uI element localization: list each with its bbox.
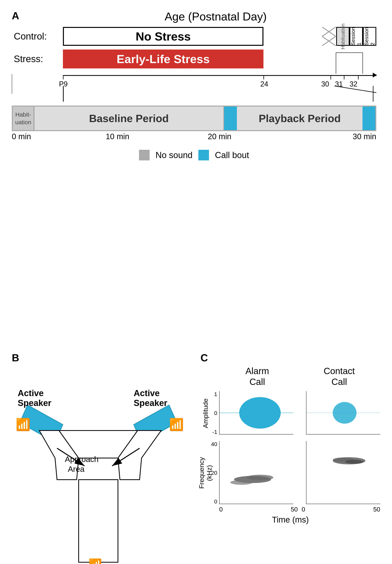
alarm-spectrogram-svg [219, 441, 293, 504]
bottom-panels: B 📶 [12, 352, 380, 564]
amp-tick-neg1: -1 [212, 429, 217, 435]
exp-baseline: Baseline Period [34, 107, 224, 130]
exp-playback-container: Playback Period [224, 107, 375, 130]
early-life-stress-text: Early-Life Stress [117, 52, 210, 66]
freq-tick-0: 0 [214, 498, 217, 505]
alarm-waveform-container: 1 0 -1 [210, 391, 293, 435]
amplitude-label: Amplitude [200, 391, 210, 435]
expansion-lines-svg [12, 74, 380, 94]
session2-box: Session 2 [363, 27, 376, 46]
panel-c-label: C [200, 352, 380, 364]
no-stress-box: No Stress [63, 27, 264, 46]
panel-b-label: B [12, 352, 189, 364]
ymaze-diagram: 📶 📶 📶 Active Speaker Active Speaker Appr… [12, 366, 185, 564]
svg-text:Active: Active [134, 388, 160, 398]
svg-text:Approach: Approach [65, 455, 98, 464]
amp-tick-0: 0 [214, 410, 217, 416]
contact-waveform-svg [306, 391, 380, 434]
contact-spectrogram-svg [306, 441, 380, 504]
svg-point-43 [345, 460, 363, 464]
session1-box: Session 1 [350, 27, 363, 46]
zigzag-svg [322, 27, 336, 46]
control-label: Control: [14, 31, 47, 42]
legend-callbout-label: Call bout [215, 150, 249, 160]
time-axis-alarm: 0 50 [219, 506, 298, 513]
svg-point-33 [333, 402, 357, 424]
svg-text:Active: Active [18, 388, 44, 398]
time-axis-contact: 0 50 [302, 506, 380, 513]
freq-tick-20: 20 [211, 470, 217, 476]
callbout-2 [363, 107, 375, 130]
contact-spectrogram-container: 40200 [297, 441, 380, 505]
waveform-row: Amplitude 1 0 -1 [200, 391, 380, 435]
amp-yticks-alarm: 1 0 -1 [210, 391, 218, 435]
call-titles-row: AlarmCall ContactCall [200, 366, 380, 387]
legend-callbout-box [198, 150, 209, 160]
freq-yticks-alarm: 40 20 0 [210, 441, 218, 505]
early-life-stress-box: Early-Life Stress [63, 50, 264, 69]
svg-text:📶: 📶 [169, 418, 184, 431]
expanded-timeline-bar: Habit-uation Baseline Period Playback Pe… [12, 106, 376, 131]
time-axis-row: 0 50 0 50 [200, 506, 380, 513]
no-stress-text: No Stress [136, 30, 191, 43]
bracket-top [336, 53, 363, 53]
time-0-alarm: 0 [219, 506, 223, 513]
svg-text:Speaker: Speaker [134, 398, 167, 408]
exp-label-20min: 20 min [208, 132, 231, 141]
bracket-right [336, 53, 336, 74]
legend: No sound Call bout [12, 150, 376, 160]
spacer [12, 171, 380, 348]
time-0-contact: 0 [302, 506, 305, 513]
time-50-contact: 50 [373, 506, 380, 513]
exp-label-10min: 10 min [106, 132, 129, 141]
panel-a-label: A [12, 10, 19, 22]
frequency-label: Frequency(kHz) [200, 441, 210, 505]
svg-point-37 [230, 480, 253, 485]
svg-text:Area: Area [68, 465, 84, 473]
svg-text:📶: 📶 [88, 558, 102, 564]
exp-label-30min: 30 min [353, 132, 376, 141]
panel-c: C AlarmCall ContactCall Amplitude 1 0 -1 [189, 352, 380, 564]
legend-nosound-box [139, 150, 150, 160]
bracket-left [363, 53, 363, 74]
alarm-waveform-svg [219, 391, 293, 434]
habituation-session-box: Habituation [336, 27, 350, 46]
time-ms-label: Time (ms) [200, 515, 380, 524]
svg-text:📶: 📶 [16, 418, 30, 431]
panel-a: A Age (Postnatal Day) Control: No Stress… [12, 10, 380, 171]
stress-label: Stress: [14, 54, 43, 64]
svg-point-38 [247, 475, 273, 480]
freq-tick-40: 40 [211, 441, 217, 447]
contact-call-title: ContactCall [298, 366, 380, 387]
expanded-axis: 0 min 10 min 20 min 30 min [12, 132, 376, 144]
alarm-call-title: AlarmCall [216, 366, 298, 387]
time-50-alarm: 50 [291, 506, 298, 513]
exp-playback-text: Playback Period [237, 107, 363, 130]
callbout-1 [224, 107, 237, 130]
alarm-spectrogram-container: 40 20 0 [210, 441, 293, 505]
svg-text:Speaker: Speaker [18, 398, 51, 408]
age-title: Age (Postnatal Day) [12, 10, 380, 23]
panel-b: B 📶 [12, 352, 189, 564]
contact-waveform-container: 10-1 [297, 391, 380, 435]
legend-nosound-label: No sound [155, 150, 193, 160]
exp-habituation: Habit-uation [13, 107, 34, 130]
svg-rect-12 [79, 480, 118, 562]
amp-tick-1: 1 [214, 391, 217, 398]
svg-point-29 [239, 397, 281, 428]
exp-label-0min: 0 min [12, 132, 31, 141]
spectrogram-row: Frequency(kHz) 40 20 0 [200, 441, 380, 505]
